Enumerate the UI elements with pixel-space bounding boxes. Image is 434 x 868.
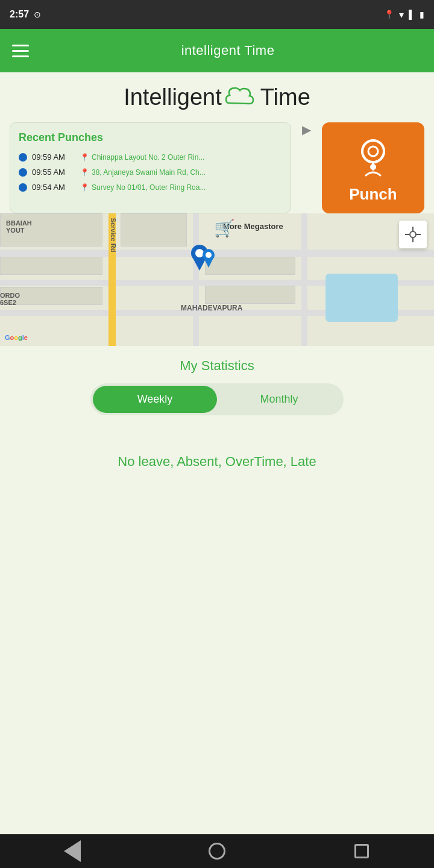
svg-point-1 xyxy=(368,146,378,156)
punch-entry-1: 09:59 AM 📍 Chinappa Layout No. 2 Outer R… xyxy=(19,153,282,162)
statistics-section: My Statistics Weekly Monthly No leave, A… xyxy=(0,346,434,494)
punch-location-row-1: 📍 Chinappa Layout No. 2 Outer Rin... xyxy=(80,153,282,162)
empty-state-message: No leave, Absent, OverTime, Late xyxy=(10,430,424,494)
back-button[interactable] xyxy=(54,839,90,863)
main-content: Intelligent Time Recent Punches 09:59 AM… xyxy=(0,72,434,213)
punch-button[interactable]: Punch xyxy=(322,122,424,213)
location-icon: 📍 xyxy=(384,10,394,19)
recent-punches-title: Recent Punches xyxy=(19,131,282,144)
status-left: 2:57 ⊙ xyxy=(10,9,41,20)
status-right: 📍 ▾ ▌ ▮ xyxy=(384,9,424,20)
map-block-6 xyxy=(205,286,295,304)
logo-container: Intelligent Time xyxy=(10,84,424,110)
tab-monthly[interactable]: Monthly xyxy=(217,386,341,413)
punch-time-1: 09:59 AM xyxy=(32,153,80,162)
map-block-2 xyxy=(0,257,102,275)
status-bar: 2:57 ⊙ 📍 ▾ ▌ ▮ xyxy=(0,0,434,29)
punch-location-text-3: Survey No 01/01, Outer Ring Roa... xyxy=(92,183,206,192)
hamburger-line-2 xyxy=(12,50,29,52)
logo-cloud-icon xyxy=(223,85,259,110)
bottom-nav xyxy=(0,834,434,868)
expand-arrow[interactable]: ▶ xyxy=(302,122,311,213)
punch-location-row-3: 📍 Survey No 01/01, Outer Ring Roa... xyxy=(80,183,282,192)
map-user-pin-2 xyxy=(202,248,215,270)
punch-time-2: 09:55 AM xyxy=(32,168,80,177)
svg-point-10 xyxy=(410,231,416,237)
svg-point-3 xyxy=(370,164,376,170)
map-label-mahadevapura: MAHADEVAPURA xyxy=(181,304,242,312)
tab-weekly[interactable]: Weekly xyxy=(93,386,217,413)
map-road-v2 xyxy=(193,213,199,346)
app-bar: intelligent Time xyxy=(0,29,434,72)
hamburger-line-3 xyxy=(12,55,29,57)
map-background: BBAIAHYOUT Service Rd More Megastore MAH… xyxy=(0,213,434,346)
location-pin-1: 📍 xyxy=(80,153,89,162)
map-road-v3 xyxy=(301,213,307,346)
punches-row: Recent Punches 09:59 AM 📍 Chinappa Layou… xyxy=(10,122,424,213)
battery-icon: ▮ xyxy=(420,10,424,19)
hamburger-menu[interactable] xyxy=(12,40,34,61)
svg-point-0 xyxy=(362,140,384,162)
map-shopping-icon: 🛒 xyxy=(214,218,235,238)
map-label-ordo: ORDO6SE2 xyxy=(0,292,20,306)
map-road-h1 xyxy=(0,250,434,257)
app-bar-title: intelligent Time xyxy=(34,43,422,58)
punch-button-label: Punch xyxy=(349,185,397,204)
map-water-body xyxy=(326,274,398,322)
map-label-service-rd: Service Rd xyxy=(110,218,117,253)
punch-time-3: 09:54 AM xyxy=(32,183,80,192)
recents-icon xyxy=(354,844,369,858)
crosshair-icon xyxy=(405,227,421,242)
recents-button[interactable] xyxy=(344,839,380,863)
map-crosshair-button[interactable] xyxy=(399,221,427,248)
hamburger-line-1 xyxy=(12,45,29,46)
statistics-title: My Statistics xyxy=(10,358,424,374)
svg-marker-9 xyxy=(204,259,213,268)
record-icon: ⊙ xyxy=(34,10,41,19)
map-block-4 xyxy=(121,213,187,247)
map-block-5 xyxy=(205,257,295,275)
punch-location-text-2: 38, Anjaneya Swami Main Rd, Ch... xyxy=(92,168,206,177)
location-pin-2: 📍 xyxy=(80,168,89,177)
punch-entry-3: 09:54 AM 📍 Survey No 01/01, Outer Ring R… xyxy=(19,183,282,192)
punch-button-icon xyxy=(349,132,397,180)
status-time: 2:57 xyxy=(10,9,29,20)
logo-intelligent-text: Intelligent xyxy=(124,84,222,110)
punch-location-row-2: 📍 38, Anjaneya Swami Main Rd, Ch... xyxy=(80,168,282,177)
location-pin-3: 📍 xyxy=(80,183,89,192)
punch-location-text-1: Chinappa Layout No. 2 Outer Rin... xyxy=(92,153,204,162)
svg-point-8 xyxy=(206,252,212,258)
home-icon xyxy=(209,843,225,860)
punch-entry-2: 09:55 AM 📍 38, Anjaneya Swami Main Rd, C… xyxy=(19,168,282,177)
punch-dot-3 xyxy=(19,183,27,192)
app-logo: Intelligent Time xyxy=(124,84,310,110)
punch-dot-2 xyxy=(19,168,27,177)
back-icon xyxy=(64,840,81,862)
map-area: BBAIAHYOUT Service Rd More Megastore MAH… xyxy=(0,213,434,346)
home-button[interactable] xyxy=(199,839,235,863)
tab-switcher: Weekly Monthly xyxy=(90,383,344,415)
recent-punches-card: Recent Punches 09:59 AM 📍 Chinappa Layou… xyxy=(10,122,291,213)
punch-dot-1 xyxy=(19,153,27,162)
logo-time-text: Time xyxy=(260,84,310,110)
map-label-bbaiah: BBAIAHYOUT xyxy=(6,219,32,234)
google-logo: Google xyxy=(5,334,28,341)
signal-icon: ▌ xyxy=(409,10,415,19)
wifi-icon: ▾ xyxy=(399,9,404,20)
